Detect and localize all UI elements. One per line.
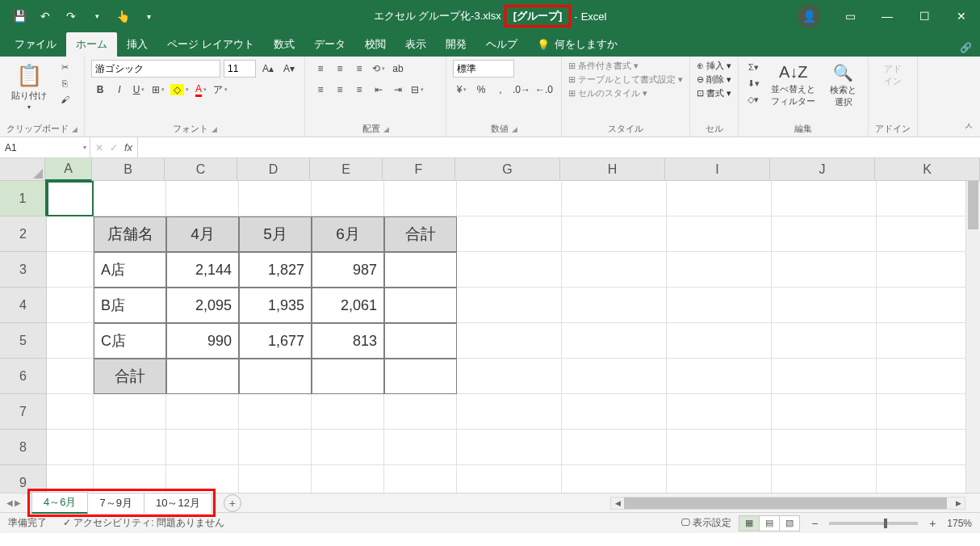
cell[interactable]: [772, 252, 877, 288]
tab-insert[interactable]: 挿入: [117, 32, 157, 57]
zoom-level[interactable]: 175%: [947, 518, 972, 529]
cell[interactable]: [667, 323, 772, 359]
cell[interactable]: [384, 394, 457, 430]
bold-button[interactable]: B: [91, 81, 109, 99]
row-header-2[interactable]: 2: [0, 216, 47, 252]
font-name-select[interactable]: [91, 60, 220, 78]
cell[interactable]: [667, 288, 772, 323]
cell[interactable]: [166, 181, 239, 216]
cell[interactable]: [772, 465, 877, 493]
italic-button[interactable]: I: [111, 81, 128, 99]
format-as-table-button[interactable]: ⊞ テーブルとして書式設定 ▾: [568, 74, 683, 86]
data-cell[interactable]: 813: [312, 323, 384, 359]
cell[interactable]: [166, 394, 239, 430]
select-all-corner[interactable]: [0, 158, 45, 181]
format-painter-icon[interactable]: 🖌: [57, 92, 73, 107]
cell[interactable]: [384, 430, 457, 465]
cell[interactable]: [457, 216, 562, 252]
sort-filter-button[interactable]: A↓Z 並べ替えと フィルター: [766, 60, 820, 111]
comma-icon[interactable]: ,: [492, 81, 509, 99]
cell[interactable]: [47, 430, 94, 465]
cell[interactable]: [457, 252, 562, 288]
total-row-cell[interactable]: [239, 359, 312, 394]
number-dialog-launcher[interactable]: ◢: [512, 125, 517, 133]
cell[interactable]: [94, 430, 166, 465]
data-cell[interactable]: 1,677: [239, 323, 312, 359]
sheet-nav-next-icon[interactable]: ▶: [15, 498, 21, 507]
zoom-slider[interactable]: [829, 522, 918, 525]
vertical-scrollbar-thumb[interactable]: [968, 181, 978, 229]
cell[interactable]: [667, 181, 772, 216]
zoom-out-button[interactable]: −: [808, 517, 821, 530]
cell[interactable]: [877, 430, 980, 465]
currency-icon[interactable]: ¥▾: [453, 81, 471, 99]
row-header-4[interactable]: 4: [0, 288, 47, 323]
cell[interactable]: [667, 465, 772, 493]
cell[interactable]: [772, 359, 877, 394]
table-header[interactable]: 6月: [312, 216, 384, 252]
data-cell[interactable]: 2,144: [166, 252, 239, 288]
column-header-B[interactable]: B: [92, 158, 165, 181]
fill-icon[interactable]: ⬇▾: [745, 76, 761, 90]
cell[interactable]: [47, 288, 94, 323]
cell[interactable]: [877, 394, 980, 430]
column-header-A[interactable]: A: [45, 158, 92, 181]
copy-icon[interactable]: ⎘: [57, 76, 73, 90]
cell[interactable]: [877, 465, 980, 493]
column-header-J[interactable]: J: [770, 158, 875, 181]
column-header-G[interactable]: G: [455, 158, 560, 181]
cancel-formula-icon[interactable]: ✕: [95, 142, 103, 153]
row-header-3[interactable]: 3: [0, 252, 47, 288]
sheet-tab[interactable]: 4～6月: [31, 492, 88, 514]
decrease-decimal-icon[interactable]: ←.0: [534, 81, 555, 99]
increase-decimal-icon[interactable]: .0→: [511, 81, 532, 99]
vertical-scrollbar[interactable]: [965, 181, 980, 493]
cell[interactable]: [562, 216, 667, 252]
align-middle-icon[interactable]: ≡: [331, 60, 349, 78]
paste-button[interactable]: 📋 貼り付け ▾: [6, 60, 52, 114]
align-top-icon[interactable]: ≡: [312, 60, 329, 78]
cell[interactable]: [562, 465, 667, 493]
close-button[interactable]: ✕: [943, 0, 980, 32]
qat-more-icon[interactable]: ▾: [86, 5, 108, 27]
cell[interactable]: [667, 394, 772, 430]
enter-formula-icon[interactable]: ✓: [110, 142, 118, 153]
align-center-icon[interactable]: ≡: [331, 81, 349, 99]
hscroll-left-icon[interactable]: ◀: [611, 498, 624, 509]
insert-function-icon[interactable]: fx: [124, 141, 132, 153]
row-header-6[interactable]: 6: [0, 359, 47, 394]
cell[interactable]: [457, 359, 562, 394]
cell[interactable]: [667, 216, 772, 252]
autosum-icon[interactable]: Σ▾: [745, 60, 761, 74]
cell[interactable]: [457, 430, 562, 465]
percent-icon[interactable]: %: [472, 81, 490, 99]
cell[interactable]: [457, 288, 562, 323]
formula-input[interactable]: [138, 137, 980, 158]
data-cell[interactable]: 990: [166, 323, 239, 359]
sheet-nav-prev-icon[interactable]: ◀: [6, 498, 13, 507]
row-header-5[interactable]: 5: [0, 323, 47, 359]
ribbon-display-options-icon[interactable]: ▭: [831, 0, 869, 32]
tab-review[interactable]: 校閲: [355, 32, 396, 57]
underline-button[interactable]: U▾: [130, 81, 148, 99]
cell[interactable]: [166, 430, 239, 465]
cell[interactable]: [877, 359, 980, 394]
total-row-cell[interactable]: [384, 359, 457, 394]
tab-view[interactable]: 表示: [396, 32, 436, 57]
cell[interactable]: [772, 181, 877, 216]
column-header-I[interactable]: I: [665, 158, 770, 181]
cell[interactable]: [877, 252, 980, 288]
page-layout-view-button[interactable]: ▤: [759, 515, 780, 531]
cut-icon[interactable]: ✂: [57, 60, 73, 74]
tab-file[interactable]: ファイル: [5, 32, 66, 57]
row-header-1[interactable]: 1: [0, 181, 47, 216]
horizontal-scrollbar[interactable]: ◀ ▶: [610, 497, 965, 510]
number-format-select[interactable]: [453, 60, 514, 78]
alignment-dialog-launcher[interactable]: ◢: [383, 125, 389, 133]
phonetic-button[interactable]: ア▾: [211, 81, 229, 99]
wrap-text-button[interactable]: ab: [389, 60, 407, 78]
increase-font-icon[interactable]: A▴: [259, 60, 277, 78]
tab-home[interactable]: ホーム: [66, 32, 117, 57]
hscroll-thumb[interactable]: [624, 498, 947, 509]
cell[interactable]: [457, 323, 562, 359]
